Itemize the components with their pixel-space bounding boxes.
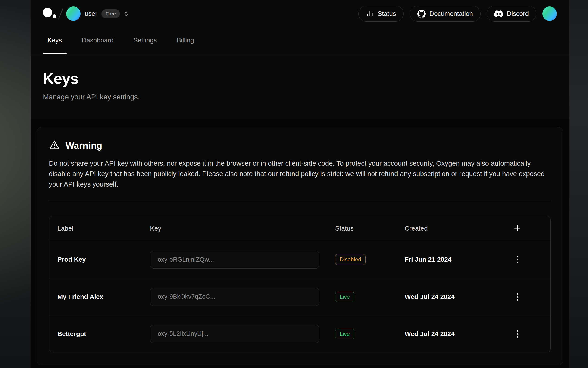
row-menu-button[interactable] — [514, 254, 520, 266]
status-badge: Live — [335, 329, 354, 339]
api-keys-table: Label Key Status Created — [49, 216, 551, 352]
screen: user Free St — [0, 0, 588, 368]
profile-avatar[interactable] — [542, 7, 557, 21]
column-header-status: Status — [335, 225, 405, 232]
discord-icon — [494, 9, 503, 18]
add-key-button[interactable] — [511, 222, 523, 235]
nav-tabs: Keys Dashboard Settings Billing — [31, 27, 569, 54]
status-button[interactable]: Status — [358, 6, 404, 22]
created-date: Fri Jun 21 2024 — [405, 256, 493, 263]
row-menu-button[interactable] — [514, 291, 520, 303]
table-row: Bettergpt oxy-5L2IlxUnyUj... Live Wed Ju… — [49, 315, 551, 352]
warning-triangle-icon — [49, 139, 60, 152]
page-title: Keys — [43, 70, 557, 87]
workspace-switcher[interactable]: user Free — [66, 7, 130, 21]
workspace-name: user — [85, 10, 97, 17]
key-value-field[interactable]: oxy-5L2IlxUnyUj... — [150, 325, 319, 343]
chevron-updown-icon — [123, 10, 130, 17]
top-section: user Free St — [31, 0, 569, 119]
row-menu-button[interactable] — [514, 328, 520, 340]
created-date: Wed Jul 24 2024 — [405, 293, 493, 301]
warning-header: Warning — [49, 139, 551, 152]
tab-keys[interactable]: Keys — [41, 27, 69, 54]
app-window: user Free St — [31, 0, 569, 368]
tab-dashboard[interactable]: Dashboard — [75, 27, 120, 54]
status-badge: Disabled — [335, 254, 366, 265]
status-badge: Live — [335, 292, 354, 302]
header-actions: Status Documentation — [358, 6, 557, 22]
page-header: Keys Manage your API key settings. — [31, 54, 569, 119]
documentation-button[interactable]: Documentation — [410, 6, 481, 22]
warning-title: Warning — [66, 140, 102, 151]
column-header-key: Key — [150, 225, 335, 232]
discord-button-label: Discord — [507, 10, 529, 17]
oxygen-logo-icon — [43, 7, 57, 21]
page-subtitle: Manage your API key settings. — [43, 93, 557, 101]
tab-settings[interactable]: Settings — [126, 27, 164, 54]
workspace-avatar — [66, 7, 80, 21]
status-button-label: Status — [377, 10, 396, 17]
discord-button[interactable]: Discord — [487, 6, 536, 22]
created-date: Wed Jul 24 2024 — [405, 330, 493, 338]
slash-divider-icon — [58, 8, 63, 19]
github-icon — [417, 9, 426, 18]
table-header-row: Label Key Status Created — [49, 216, 551, 241]
key-label: My Friend Alex — [57, 293, 150, 301]
column-header-label: Label — [57, 225, 150, 232]
keys-card: Warning Do not share your API key with o… — [36, 127, 563, 365]
header: user Free St — [31, 0, 569, 27]
key-value-field[interactable]: oxy-9BkOkv7qZoC... — [150, 288, 319, 306]
table-row: My Friend Alex oxy-9BkOkv7qZoC... Live W… — [49, 278, 551, 315]
warning-text: Do not share your API key with others, n… — [49, 158, 551, 189]
tab-billing[interactable]: Billing — [170, 27, 201, 54]
bar-chart-icon — [366, 10, 374, 18]
plus-icon — [513, 224, 522, 234]
key-value-field[interactable]: oxy-oRGLnjnIZQw... — [150, 250, 319, 269]
plan-badge: Free — [101, 9, 120, 18]
table-row: Prod Key oxy-oRGLnjnIZQw... Disabled Fri… — [49, 241, 551, 278]
column-header-created: Created — [405, 225, 493, 232]
card-divider — [49, 202, 551, 202]
key-label: Bettergpt — [57, 330, 150, 338]
documentation-button-label: Documentation — [430, 10, 473, 17]
key-label: Prod Key — [57, 256, 150, 263]
